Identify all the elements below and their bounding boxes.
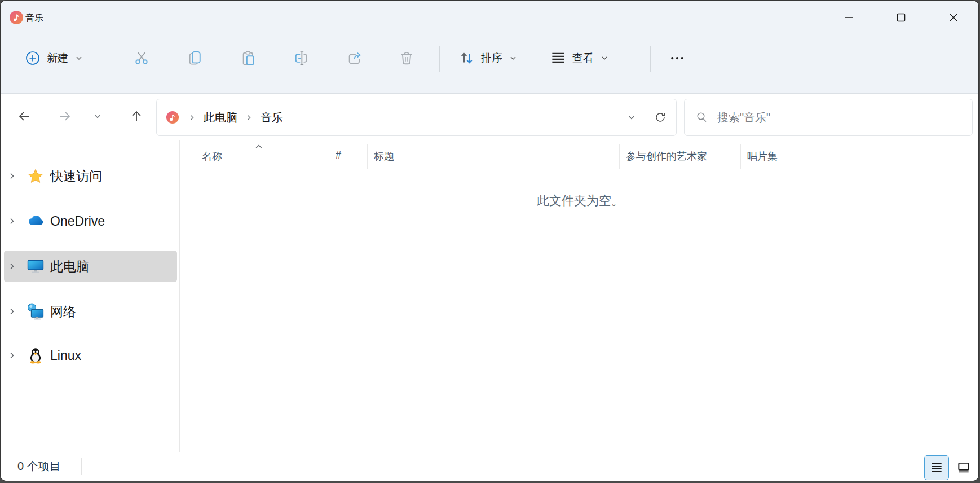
chevron-down-icon <box>93 112 102 121</box>
column-header-name[interactable]: 名称 <box>202 150 222 163</box>
column-separator[interactable] <box>740 144 741 169</box>
column-header-title[interactable]: 标题 <box>374 150 394 163</box>
toolbar-separator <box>100 46 100 72</box>
breadcrumb-music[interactable]: 音乐 <box>257 110 286 125</box>
window-title: 音乐 <box>25 1 43 36</box>
back-arrow-icon <box>17 109 32 124</box>
share-icon <box>346 50 363 67</box>
rename-icon <box>294 50 311 67</box>
view-lines-icon <box>550 50 567 67</box>
app-music-icon <box>9 10 24 27</box>
minimize-icon <box>843 11 855 24</box>
details-view-icon <box>929 460 944 475</box>
status-separator <box>81 458 82 475</box>
column-header-number[interactable]: # <box>336 150 341 161</box>
paste-button[interactable] <box>236 43 262 73</box>
sort-ascending-caret-icon <box>254 142 263 152</box>
maximize-button[interactable] <box>883 1 919 34</box>
sidebar-item-network[interactable]: 网络 <box>1 296 179 327</box>
status-bar: 0 个项目 <box>1 452 978 481</box>
up-button[interactable] <box>122 102 151 131</box>
sort-button-label: 排序 <box>481 51 502 65</box>
column-separator[interactable] <box>367 144 368 169</box>
thumbnail-view-icon <box>956 460 971 475</box>
address-dropdown-button[interactable] <box>619 113 644 122</box>
chevron-down-icon <box>601 54 608 62</box>
view-button[interactable]: 查看 <box>543 43 615 73</box>
cut-icon <box>133 50 150 67</box>
expand-chevron-icon[interactable] <box>1 172 23 180</box>
content-area: 快速访问 OneDrive <box>1 140 978 452</box>
close-icon <box>947 11 960 24</box>
sidebar: 快速访问 OneDrive <box>1 140 180 452</box>
expand-chevron-icon[interactable] <box>1 352 23 359</box>
sidebar-item-this-pc[interactable]: 此电脑 <box>1 251 179 282</box>
copy-icon <box>187 50 204 67</box>
top-band: 音乐 新建 <box>1 1 978 94</box>
sidebar-item-linux[interactable]: Linux <box>1 340 179 371</box>
navigation-bar: 此电脑 音乐 <box>1 94 978 140</box>
sidebar-item-label: Linux <box>48 348 81 363</box>
sort-button[interactable]: 排序 <box>452 43 524 73</box>
chevron-down-icon <box>75 54 83 62</box>
breadcrumb-chevron-icon <box>184 114 200 121</box>
linux-tux-icon <box>23 347 48 364</box>
share-button[interactable] <box>342 43 368 73</box>
plus-circle-icon <box>25 51 40 65</box>
thumbnail-view-toggle[interactable] <box>951 455 976 480</box>
onedrive-cloud-icon <box>23 212 48 230</box>
title-bar: 音乐 <box>1 1 978 36</box>
chevron-down-icon <box>627 113 636 122</box>
new-button[interactable]: 新建 <box>17 43 91 73</box>
file-list-area: 名称 # 标题 参与创作的艺术家 唱片集 此文件夹为空。 <box>180 140 978 452</box>
empty-folder-message: 此文件夹为空。 <box>180 192 978 209</box>
chevron-down-icon <box>509 54 517 62</box>
sidebar-item-label: OneDrive <box>48 214 105 229</box>
sidebar-item-onedrive[interactable]: OneDrive <box>1 205 179 237</box>
search-input[interactable] <box>716 111 972 125</box>
breadcrumb-this-pc[interactable]: 此电脑 <box>200 110 241 125</box>
expand-chevron-icon[interactable] <box>1 308 23 315</box>
sidebar-item-label: 快速访问 <box>48 168 102 185</box>
refresh-icon <box>654 111 666 124</box>
search-box[interactable] <box>684 99 973 136</box>
minimize-button[interactable] <box>831 1 867 34</box>
delete-button[interactable] <box>394 43 420 73</box>
forward-button[interactable] <box>50 102 80 131</box>
view-button-label: 查看 <box>572 51 594 65</box>
column-separator[interactable] <box>619 144 620 169</box>
details-view-toggle[interactable] <box>924 455 949 480</box>
up-arrow-icon <box>129 109 144 124</box>
refresh-button[interactable] <box>644 111 676 124</box>
expand-chevron-icon[interactable] <box>1 217 23 225</box>
forward-arrow-icon <box>58 109 72 124</box>
sort-arrows-icon <box>458 50 475 67</box>
close-button[interactable] <box>935 1 972 34</box>
explorer-window: 音乐 新建 <box>1 1 978 481</box>
maximize-icon <box>895 11 907 24</box>
back-button[interactable] <box>10 102 39 131</box>
sidebar-item-label: 网络 <box>48 303 76 320</box>
star-icon <box>23 168 48 185</box>
expand-chevron-icon[interactable] <box>1 262 23 270</box>
column-header-album[interactable]: 唱片集 <box>747 150 778 163</box>
address-bar[interactable]: 此电脑 音乐 <box>156 99 677 136</box>
more-options-button[interactable] <box>664 43 690 73</box>
search-icon <box>685 111 716 124</box>
copy-button[interactable] <box>182 43 208 73</box>
sidebar-item-label: 此电脑 <box>48 258 89 275</box>
location-music-icon <box>157 111 184 124</box>
paste-icon <box>240 50 257 67</box>
column-separator[interactable] <box>329 144 329 169</box>
more-dots-icon <box>669 50 686 67</box>
column-header-artists[interactable]: 参与创作的艺术家 <box>626 150 707 163</box>
column-separator[interactable] <box>872 144 872 169</box>
recent-locations-button[interactable] <box>86 102 109 131</box>
rename-button[interactable] <box>289 43 315 73</box>
trash-icon <box>398 50 415 67</box>
toolbar-separator <box>439 46 440 72</box>
this-pc-monitor-icon <box>23 257 48 275</box>
cut-button[interactable] <box>129 43 154 73</box>
breadcrumb-chevron-icon <box>241 114 257 121</box>
sidebar-item-quick-access[interactable]: 快速访问 <box>1 160 179 192</box>
